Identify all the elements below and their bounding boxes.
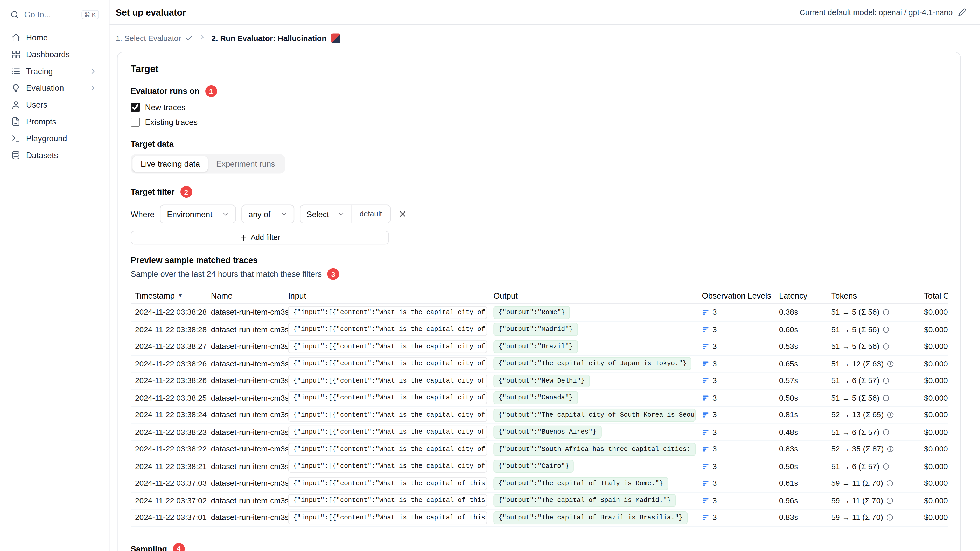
cell-tokens: 51 → 12 (Σ 63) (831, 359, 883, 368)
runs-on-label-row: Evaluator runs on 1 (130, 85, 947, 97)
cell-timestamp: 2024-11-22 03:38:24 (130, 411, 211, 419)
info-icon (883, 343, 890, 350)
cell-tokens: 52 → 13 (Σ 65) (831, 411, 883, 419)
column-header-total-cost[interactable]: Total Cost (924, 291, 948, 300)
keyboard-shortcut: ⌘ K (81, 10, 99, 19)
table-row[interactable]: 2024-11-22 03:38:21 dataset-run-item-cm3… (130, 458, 948, 475)
info-icon (883, 309, 890, 316)
checkbox-existing-traces[interactable]: Existing traces (130, 118, 947, 127)
new-traces-label: New traces (145, 103, 185, 112)
cell-total-cost: $0.00046 ( (924, 479, 948, 488)
sidebar-item-tracing[interactable]: Tracing (6, 63, 103, 79)
users-icon (11, 100, 21, 110)
new-traces-checkbox[interactable] (130, 103, 140, 112)
cell-tokens: 59 → 11 (Σ 70) (831, 496, 883, 505)
info-icon (887, 446, 894, 453)
sidebar-item-playground[interactable]: Playground (6, 130, 103, 147)
add-filter-button[interactable]: Add filter (130, 231, 389, 245)
cell-total-cost: $0.000011 ( (924, 325, 948, 334)
column-header-output[interactable]: Output (493, 291, 702, 300)
table-body: 2024-11-22 03:38:28 dataset-run-item-cm3… (130, 304, 948, 527)
table-row[interactable]: 2024-11-22 03:37:02 dataset-run-item-cm3… (130, 492, 948, 510)
step-badge-4: 4 (173, 543, 185, 551)
sidebar-item-dashboards[interactable]: Dashboards (6, 46, 103, 63)
plus-icon (240, 233, 248, 241)
topbar: Set up evaluator Current default model: … (110, 0, 980, 25)
tab-live-tracing-data[interactable]: Live tracing data (132, 156, 208, 171)
table-row[interactable]: 2024-11-22 03:38:28 dataset-run-item-cm3… (130, 321, 948, 338)
cell-tokens: 51 → 6 (Σ 57) (831, 462, 879, 471)
checkbox-new-traces[interactable]: New traces (130, 103, 947, 112)
cell-tokens: 51 → 5 (Σ 56) (831, 342, 879, 351)
observation-levels-icon (702, 360, 710, 367)
column-header-name[interactable]: Name (211, 291, 288, 300)
evaluation-icon (11, 83, 21, 93)
tab-experiment-runs[interactable]: Experiment runs (208, 156, 283, 171)
cell-output: {"output":"The capital of Spain is Madri… (493, 494, 676, 507)
table-row[interactable]: 2024-11-22 03:38:24 dataset-run-item-cm3… (130, 407, 948, 424)
sidebar-item-prompts[interactable]: Prompts (6, 113, 103, 130)
sidebar-item-label: Home (26, 33, 48, 42)
app-root: Go to... ⌘ K Home Dashboards Tracing Eva… (0, 0, 980, 551)
table-row[interactable]: 2024-11-22 03:37:03 dataset-run-item-cm3… (130, 475, 948, 492)
cell-name: dataset-run-item-cm3s4 (211, 428, 288, 437)
cell-name: dataset-run-item-cm3s4 (211, 359, 288, 368)
existing-traces-label: Existing traces (145, 118, 197, 127)
cell-latency: 0.61s (779, 479, 832, 488)
remove-filter-icon[interactable] (398, 209, 407, 219)
column-header-timestamp[interactable]: Timestamp ▼ (130, 291, 211, 300)
cell-total-cost: $0.000029 (924, 445, 948, 454)
cell-input: {"input":[{"content":"What is the capita… (288, 477, 487, 490)
sidebar-item-home[interactable]: Home (6, 29, 103, 46)
table-row[interactable]: 2024-11-22 03:38:22 dataset-run-item-cm3… (130, 441, 948, 458)
cell-observation-levels: 3 (713, 308, 717, 317)
cell-tokens: 51 → 5 (Σ 56) (831, 325, 879, 334)
sidebar-item-evaluation[interactable]: Evaluation (6, 79, 103, 97)
cell-name: dataset-run-item-cm3s4 (211, 308, 288, 317)
column-header-tokens[interactable]: Tokens (831, 291, 924, 300)
chevron-down-icon (222, 210, 229, 217)
existing-traces-checkbox[interactable] (130, 118, 140, 127)
step-select-evaluator[interactable]: 1. Select Evaluator (116, 34, 192, 43)
cell-tokens: 51 → 5 (Σ 56) (831, 308, 879, 317)
table-row[interactable]: 2024-11-22 03:38:26 dataset-run-item-cm3… (130, 356, 948, 373)
table-row[interactable]: 2024-11-22 03:38:27 dataset-run-item-cm3… (130, 338, 948, 356)
sidebar-item-label: Prompts (26, 117, 56, 126)
cell-name: dataset-run-item-cm3s4 (211, 376, 288, 385)
filter-value-select[interactable]: Select (300, 205, 351, 222)
filter-value-placeholder: Select (307, 210, 329, 219)
search-icon (10, 10, 19, 19)
target-filter-label: Target filter (130, 187, 175, 197)
column-header-observation-levels[interactable]: Observation Levels (702, 291, 779, 300)
cell-latency: 0.53s (779, 342, 832, 351)
filter-field-value: Environment (167, 210, 212, 219)
cell-observation-levels: 3 (713, 462, 717, 471)
cell-latency: 0.38s (779, 308, 832, 317)
table-row[interactable]: 2024-11-22 03:38:25 dataset-run-item-cm3… (130, 390, 948, 407)
sidebar-item-label: Tracing (26, 67, 53, 76)
cell-latency: 0.60s (779, 325, 832, 334)
table-row[interactable]: 2024-11-22 03:38:26 dataset-run-item-cm3… (130, 373, 948, 390)
cell-input: {"input":[{"content":"What is the capita… (288, 391, 487, 404)
column-header-input[interactable]: Input (288, 291, 493, 300)
breadcrumb: 1. Select Evaluator 2. Run Evaluator: Ha… (110, 25, 980, 43)
cell-name: dataset-run-item-cm3s4 (211, 445, 288, 454)
cell-total-cost: $0.000011 ( (924, 376, 948, 385)
cell-name: dataset-run-item-cm3s4 (211, 513, 288, 522)
edit-model-icon[interactable] (958, 8, 966, 16)
sidebar-item-label: Playground (26, 134, 67, 143)
table-row[interactable]: 2024-11-22 03:38:23 dataset-run-item-cm3… (130, 424, 948, 441)
column-header-latency[interactable]: Latency (779, 291, 832, 300)
cell-input: {"input":[{"content":"What is the capita… (288, 460, 487, 473)
sidebar-item-datasets[interactable]: Datasets (6, 147, 103, 164)
table-row[interactable]: 2024-11-22 03:37:01 dataset-run-item-cm3… (130, 510, 948, 527)
filter-field-select[interactable]: Environment (160, 205, 236, 224)
goto-search[interactable]: Go to... ⌘ K (6, 8, 103, 22)
step-badge-3: 3 (328, 268, 339, 280)
sidebar-item-label: Dashboards (26, 50, 70, 59)
preview-subtext: Sample over the last 24 hours that match… (130, 269, 322, 279)
filter-operator-select[interactable]: any of (242, 205, 294, 224)
table-row[interactable]: 2024-11-22 03:38:28 dataset-run-item-cm3… (130, 304, 948, 321)
sidebar-item-users[interactable]: Users (6, 97, 103, 113)
cell-observation-levels: 3 (713, 496, 717, 505)
